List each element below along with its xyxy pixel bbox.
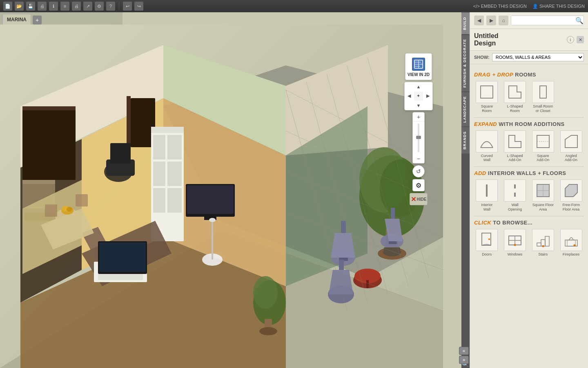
windows-icon: [504, 229, 526, 251]
doors-item[interactable]: Doors: [474, 229, 500, 257]
room-scene: [0, 25, 443, 368]
square-room-label: SquareRoom: [481, 104, 493, 113]
fireplaces-icon: [560, 229, 582, 251]
right-panel: ◀ ▶ ⌂ 🔍 Untitled Design i ✕ SHOW: ROOMS,…: [470, 12, 588, 368]
panel-info-button[interactable]: i: [567, 36, 574, 43]
fireplaces-item[interactable]: Fireplaces: [558, 229, 584, 257]
drag-drop-header: DRAG + DROP ROOMS: [474, 72, 584, 78]
toolbar-right-actions: </> EMBED THIS DESIGN 👤 SHARE THIS DESIG…: [473, 4, 585, 9]
zoom-thumb[interactable]: [416, 136, 421, 139]
svg-rect-63: [339, 260, 344, 270]
help-icon[interactable]: ?: [106, 2, 115, 11]
settings-button[interactable]: ⚙: [412, 179, 425, 191]
rotate-button[interactable]: ↺: [412, 165, 425, 177]
tab-marina[interactable]: MARINA: [2, 14, 31, 25]
panel-back-button[interactable]: ◀: [474, 16, 484, 25]
side-tab-build[interactable]: BUILD: [461, 12, 470, 34]
svg-rect-13: [22, 106, 76, 110]
svg-rect-60: [366, 280, 369, 288]
browse-highlight: CLICK: [474, 220, 491, 226]
side-tab-landscape[interactable]: LANDSCAPE: [461, 92, 470, 127]
side-tabs: BUILD FURNISH & DECORATE LANDSCAPE BRAND…: [461, 12, 470, 368]
svg-marker-97: [509, 135, 521, 148]
freeform-floor-icon: [560, 180, 582, 202]
navigation-control[interactable]: ▲ ◀ ✦ ▶ ▼: [404, 82, 433, 110]
square-addon-item[interactable]: SquareAdd-On: [530, 130, 556, 163]
square-floor-item[interactable]: Square FloorArea: [530, 180, 556, 212]
divider-2: [474, 166, 584, 167]
hide-button[interactable]: ✕ HIDE: [410, 193, 428, 205]
list-icon[interactable]: ≡: [60, 2, 69, 11]
add-tab-button[interactable]: +: [33, 16, 42, 25]
svg-rect-20: [153, 135, 165, 159]
canvas-area[interactable]: VIEW IN 2D ▲ ◀ ✦ ▶ ▼ + − ↺: [0, 25, 443, 368]
panel-close-button[interactable]: ✕: [577, 36, 584, 43]
l-shaped-addon-item[interactable]: L-ShapedAdd-On: [502, 130, 528, 163]
panel-forward-button[interactable]: ▶: [486, 16, 496, 25]
embed-button[interactable]: </> EMBED THIS DESIGN: [473, 4, 527, 9]
new-file-icon[interactable]: 📄: [3, 2, 12, 11]
stairs-icon: [532, 229, 554, 251]
share-button[interactable]: 👤 SHARE THIS DESIGN: [532, 4, 585, 9]
svg-rect-39: [212, 221, 213, 260]
interior-wall-label: InteriorWall: [481, 203, 492, 212]
freeform-floor-item[interactable]: Free-FormFloor Area: [558, 180, 584, 212]
windows-label: Windows: [508, 252, 523, 257]
collapse-up-button[interactable]: «: [459, 347, 469, 355]
svg-rect-56: [391, 208, 395, 219]
export-icon[interactable]: ↗: [83, 2, 92, 11]
square-room-item[interactable]: SquareRoom: [474, 81, 500, 113]
svg-rect-101: [486, 184, 488, 197]
open-icon[interactable]: 📂: [15, 2, 24, 11]
l-shaped-room-item[interactable]: L-ShapedRoom: [502, 81, 528, 113]
show-dropdown[interactable]: ROOMS, WALLS & AREAS FURNITURE ALL: [492, 53, 584, 61]
square-addon-label: SquareAdd-On: [537, 154, 549, 163]
collapse-down-button[interactable]: »: [459, 356, 469, 364]
panel-search-input[interactable]: [511, 17, 575, 24]
small-room-item[interactable]: Small Roomor Closet: [530, 81, 556, 113]
panel-search-button[interactable]: 🔍: [575, 16, 584, 25]
freeform-floor-label: Free-FormFloor Area: [562, 203, 580, 212]
viewport-controls: VIEW IN 2D ▲ ◀ ✦ ▶ ▼ + − ↺: [404, 53, 433, 205]
svg-marker-94: [509, 86, 521, 98]
nav-empty-tr: [423, 82, 432, 92]
undo-icon[interactable]: ↩: [123, 2, 132, 11]
print2-icon[interactable]: 🖨: [72, 2, 81, 11]
wall-opening-item[interactable]: WallOpening: [502, 180, 528, 212]
redo-icon[interactable]: ↪: [134, 2, 143, 11]
tab-bar: MARINA +: [0, 12, 122, 25]
nav-down-button[interactable]: ▼: [414, 101, 423, 110]
expand-normal2: WITH ROOM ADDITIONS: [499, 121, 564, 127]
curved-wall-item[interactable]: CurvedWall: [474, 130, 500, 163]
square-addon-icon: [532, 130, 554, 153]
info-icon[interactable]: ℹ: [49, 2, 58, 11]
small-room-label: Small Roomor Closet: [533, 104, 553, 113]
nav-left-button[interactable]: ◀: [405, 92, 414, 101]
svg-rect-93: [481, 86, 493, 98]
windows-item[interactable]: Windows: [502, 229, 528, 257]
zoom-slider[interactable]: [413, 121, 424, 154]
side-tab-brands[interactable]: BRANDS: [461, 127, 470, 154]
svg-rect-27: [187, 185, 234, 214]
svg-point-70: [67, 207, 72, 212]
settings-icon[interactable]: ⚙: [95, 2, 104, 11]
view-2d-button[interactable]: VIEW IN 2D: [405, 53, 432, 80]
interior-wall-item[interactable]: InteriorWall: [474, 180, 500, 212]
print-icon[interactable]: 🖨: [38, 2, 47, 11]
angled-addon-item[interactable]: AngledAdd-On: [558, 130, 584, 163]
stairs-item[interactable]: Stairs: [530, 229, 556, 257]
panel-home-button[interactable]: ⌂: [499, 16, 508, 25]
side-tab-furnish[interactable]: FURNISH & DECORATE: [461, 34, 470, 92]
save-icon[interactable]: 💾: [26, 2, 35, 11]
nav-up-button[interactable]: ▲: [414, 82, 423, 92]
svg-marker-107: [565, 184, 577, 197]
nav-right-button[interactable]: ▶: [423, 92, 432, 101]
drag-drop-normal2: ROOMS: [515, 72, 536, 78]
svg-point-47: [253, 276, 278, 309]
zoom-in-button[interactable]: +: [413, 112, 424, 121]
expand-highlight: EXPAND: [474, 121, 497, 127]
zoom-out-button[interactable]: −: [413, 154, 424, 163]
svg-point-117: [542, 245, 544, 247]
svg-rect-95: [540, 86, 546, 98]
doors-label: Doors: [482, 252, 492, 257]
